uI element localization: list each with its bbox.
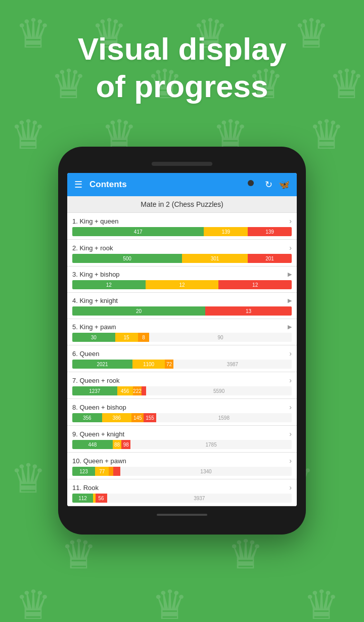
puzzle-item[interactable]: 7. Queen + rook›12374562225590 [67, 372, 297, 399]
progress-bar: 121212 [72, 280, 292, 289]
puzzle-item-name: 4. King + knight [72, 297, 118, 304]
logo-icon[interactable]: 🦋 [279, 179, 290, 190]
hero-text: Visual display of progress [0, 30, 364, 106]
puzzle-item[interactable]: 8. Queen + bishop›3563861451551598 [67, 399, 297, 426]
refresh-icon[interactable]: ↻ [265, 179, 272, 190]
puzzle-item[interactable]: 2. King + rook›500301201 [67, 240, 297, 266]
puzzle-item-header: 7. Queen + rook› [72, 376, 292, 384]
hero-line2: of progress [0, 68, 364, 105]
chevron-icon: › [289, 217, 292, 225]
bar-yellow: 386 [102, 413, 132, 422]
phone-screen: ☰ Contents ↻ 🦋 Mate in 2 (Chess Puzzles)… [67, 173, 297, 506]
menu-icon[interactable]: ☰ [74, 179, 82, 190]
puzzle-item-name: 7. Queen + rook [72, 377, 120, 384]
bar-green: 123 [72, 467, 95, 476]
progress-bar: 20211100723987 [72, 360, 292, 369]
bar-red [142, 386, 146, 395]
bar-yellow: 15 [115, 333, 138, 342]
bar-green: 112 [72, 494, 93, 503]
puzzle-item-header: 8. Queen + bishop› [72, 403, 292, 411]
progress-bar: 3563861451551598 [72, 413, 292, 422]
bar-yellow: 1100 [132, 360, 165, 369]
bar-red: 201 [248, 254, 292, 263]
bar-empty: 5590 [146, 386, 292, 395]
puzzle-item[interactable]: 3. King + bishop▶121212 [67, 266, 297, 293]
chevron-icon: › [289, 244, 292, 252]
puzzle-item-name: 8. Queen + bishop [72, 404, 126, 411]
bar-red: 139 [248, 227, 292, 236]
puzzle-item-name: 5. King + pawn [72, 323, 116, 331]
bar-red: 98 [121, 440, 130, 449]
chevron-icon: › [289, 457, 292, 465]
puzzle-item-header: 5. King + pawn▶ [72, 323, 292, 331]
puzzle-item-name: 9. Queen + knight [72, 430, 124, 438]
bar-red [113, 467, 120, 476]
puzzle-item[interactable]: 9. Queen + knight›44888981785 [67, 426, 297, 453]
puzzle-item-name: 11. Rook [72, 484, 99, 492]
phone-speaker [152, 162, 212, 166]
puzzle-item-header: 6. Queen› [72, 349, 292, 358]
chevron-icon: › [289, 376, 292, 384]
bar-green: 30 [72, 333, 115, 342]
bar-empty: 90 [149, 333, 292, 342]
bar-empty: 1785 [130, 440, 292, 449]
progress-bar: 112563937 [72, 494, 292, 503]
bar-orange: 145 [131, 413, 144, 422]
bar-green: 12 [72, 280, 146, 289]
progress-bar: 123771340 [72, 467, 292, 476]
bar-yellow: 456 [117, 386, 133, 395]
puzzle-item-header: 2. King + rook› [72, 244, 292, 252]
chevron-icon: › [289, 483, 292, 492]
bar-orange [109, 467, 113, 476]
bar-orange: 72 [165, 360, 173, 369]
bar-green: 2021 [72, 360, 132, 369]
chevron-icon: ▶ [288, 324, 292, 330]
puzzle-item[interactable]: 5. King + pawn▶3015890 [67, 319, 297, 345]
puzzle-item[interactable]: 11. Rook›112563937 [67, 479, 297, 506]
puzzle-item-header: 1. King + queen› [72, 217, 292, 225]
home-bar [157, 514, 207, 516]
puzzle-item[interactable]: 4. King + knight▶2013 [67, 293, 297, 319]
bar-red: 13 [205, 306, 292, 316]
progress-bar: 500301201 [72, 254, 292, 263]
bar-empty: 1340 [120, 467, 292, 476]
puzzle-item-name: 10. Queen + pawn [72, 457, 126, 465]
bar-green: 356 [72, 413, 102, 422]
puzzle-item-header: 11. Rook› [72, 483, 292, 492]
phone-bottom [67, 510, 297, 519]
bar-green: 1237 [72, 386, 117, 395]
bar-green: 20 [72, 306, 205, 316]
app-bar-title: Contents [89, 180, 258, 190]
bar-yellow: 12 [146, 280, 219, 289]
bar-empty: 1598 [156, 413, 292, 422]
phone-camera [248, 180, 254, 186]
bar-orange: 8 [138, 333, 150, 342]
progress-bar: 12374562225590 [72, 386, 292, 395]
bar-red: 155 [144, 413, 156, 422]
bar-yellow: 139 [204, 227, 248, 236]
bar-yellow: 301 [182, 254, 248, 263]
puzzle-item-name: 1. King + queen [72, 217, 118, 225]
progress-bar: 44888981785 [72, 440, 292, 449]
screen-title: Mate in 2 (Chess Puzzles) [67, 196, 297, 213]
puzzle-item[interactable]: 6. Queen›20211100723987 [67, 345, 297, 372]
progress-bar: 2013 [72, 306, 292, 316]
bar-empty: 3987 [173, 360, 292, 369]
bar-orange: 222 [133, 386, 142, 395]
app-bar: ☰ Contents ↻ 🦋 [67, 173, 297, 196]
puzzle-list: 1. King + queen›4171391392. King + rook›… [67, 213, 297, 506]
bar-green: 417 [72, 227, 204, 236]
phone-frame: ☰ Contents ↻ 🦋 Mate in 2 (Chess Puzzles)… [58, 147, 306, 535]
puzzle-item[interactable]: 10. Queen + pawn›123771340 [67, 453, 297, 479]
puzzle-item-name: 6. Queen [72, 350, 100, 358]
bar-yellow: 77 [95, 467, 109, 476]
puzzle-item-name: 2. King + rook [72, 244, 113, 252]
puzzle-item-name: 3. King + bishop [72, 271, 120, 278]
puzzle-item-header: 10. Queen + pawn› [72, 457, 292, 465]
chevron-icon: › [289, 349, 292, 358]
hero-line1: Visual display [0, 30, 364, 68]
puzzle-item[interactable]: 1. King + queen›417139139 [67, 213, 297, 240]
chevron-icon: ▶ [288, 271, 292, 278]
progress-bar: 417139139 [72, 227, 292, 236]
chevron-icon: › [289, 430, 292, 438]
